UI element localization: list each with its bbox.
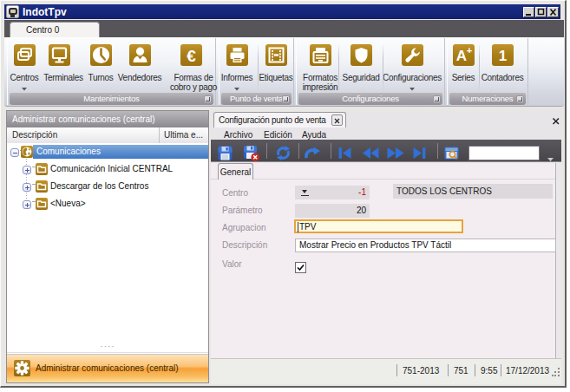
svg-text:+: + bbox=[466, 45, 471, 56]
svg-text:1: 1 bbox=[498, 48, 506, 64]
svg-text:A: A bbox=[455, 48, 466, 64]
svg-text:€: € bbox=[187, 47, 196, 65]
